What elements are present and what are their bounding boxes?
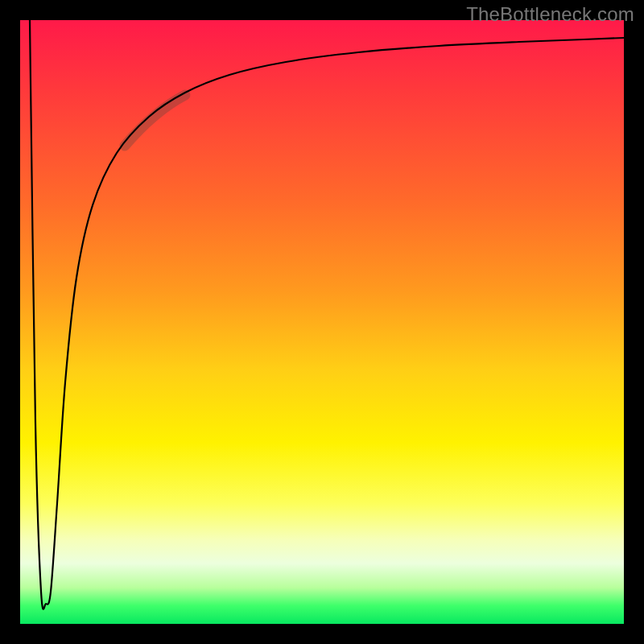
curve-svg — [20, 20, 624, 624]
plot-area — [20, 20, 624, 624]
spike-curve — [30, 20, 624, 609]
highlight-segment — [125, 95, 185, 146]
watermark-label: TheBottleneck.com — [466, 3, 634, 26]
chart-container: TheBottleneck.com — [0, 0, 644, 644]
